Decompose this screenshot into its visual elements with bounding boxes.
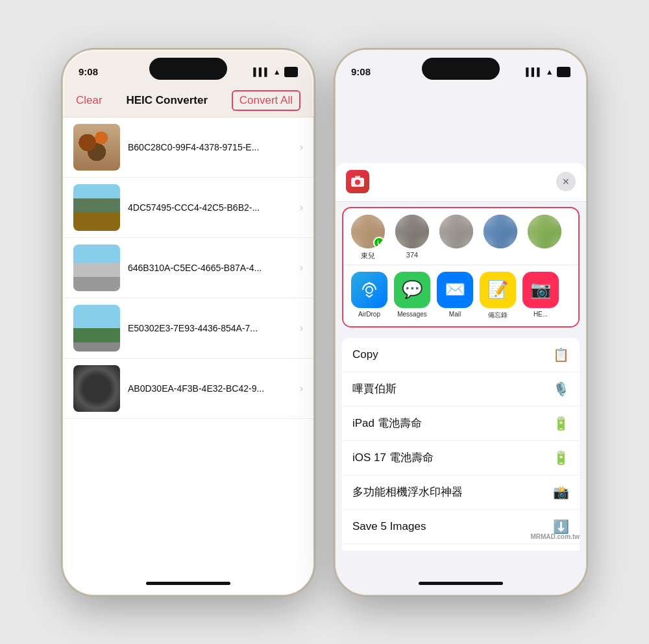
svg-rect-2 <box>355 176 360 178</box>
app-item-pink[interactable]: 📷 HE... <box>522 272 559 320</box>
contact-item-3[interactable] <box>439 215 473 261</box>
messages-icon: 💬 <box>394 272 430 308</box>
battery-icon-1: 🔋 <box>553 416 569 431</box>
app-item-mail[interactable]: ✉️ Mail <box>437 272 473 320</box>
file-thumb-2 <box>73 184 120 231</box>
chevron-icon-5: › <box>300 383 303 394</box>
app-name-notes: 備忘錄 <box>488 311 508 320</box>
line-badge: L <box>373 237 385 248</box>
file-thumb-4 <box>73 305 120 352</box>
app-name-mail: Mail <box>449 311 461 318</box>
camera-action-icon: 📸 <box>553 484 569 500</box>
battery-badge-2: 46 <box>557 67 570 77</box>
status-icons-1: ▌▌▌ ▲ 46 <box>253 67 298 77</box>
file-item-1[interactable]: B60C28C0-99F4-4378-9715-E... › <box>63 117 313 178</box>
share-sheet: ✕ L 東兒 <box>336 163 586 551</box>
file-item-3[interactable]: 646B310A-C5EC-4665-B87A-4... › <box>63 238 313 298</box>
file-name-2: 4DC57495-CCC4-42C5-B6B2-... <box>128 202 292 213</box>
action-label-ipad-battery: iPad 電池壽命 <box>352 416 422 431</box>
action-list: Copy 📋 嗶賈伯斯 🎙️ iPad 電池壽命 🔋 iOS 17 電池壽命 🔋 <box>336 328 586 551</box>
contacts-row: L 東兒 374 <box>343 208 578 265</box>
file-item-5[interactable]: AB0D30EA-4F3B-4E32-BC42-9... › <box>63 359 313 419</box>
battery-icon-2: 🔋 <box>553 450 569 466</box>
home-bar-2 <box>419 582 503 585</box>
file-item-2[interactable]: 4DC57495-CCC4-42C5-B6B2-... › <box>63 178 313 238</box>
action-label-beep: 嗶賈伯斯 <box>352 381 397 396</box>
file-name-4: E50302E3-7E93-4436-854A-7... <box>128 323 292 333</box>
notes-icon: 📝 <box>480 272 516 308</box>
share-header: ✕ <box>336 163 586 202</box>
watermark: MRMAD.com.tw <box>530 533 580 540</box>
chevron-icon-1: › <box>300 141 303 153</box>
action-label-watermark: 多功能相機浮水印神器 <box>352 484 463 499</box>
share-close-button[interactable]: ✕ <box>556 172 576 191</box>
file-list: B60C28C0-99F4-4378-9715-E... › 4DC57495-… <box>63 117 313 573</box>
home-indicator-1 <box>63 573 313 595</box>
svg-point-1 <box>355 180 360 185</box>
clear-button[interactable]: Clear <box>76 94 103 107</box>
dynamic-island-2 <box>422 58 500 80</box>
save-icon: ⬇️ <box>553 519 569 534</box>
share-app-icon <box>346 170 369 193</box>
contact-avatar-5 <box>528 215 561 248</box>
app-name-airdrop: AirDrop <box>358 311 380 318</box>
beep-icon: 🎙️ <box>553 381 569 397</box>
wifi-icon-2: ▲ <box>546 67 554 77</box>
app-item-airdrop[interactable]: AirDrop <box>351 272 387 320</box>
chevron-icon-2: › <box>300 202 303 213</box>
phone-1: 9:08 ▌▌▌ ▲ 46 Clear HEIC Converter Conve… <box>62 49 315 596</box>
contact-avatar-1: L <box>351 215 385 248</box>
action-watermark[interactable]: 多功能相機浮水印神器 📸 <box>342 475 580 510</box>
blur-5 <box>528 215 561 248</box>
time-1: 9:08 <box>79 66 98 77</box>
signal-icon-2: ▌▌▌ <box>526 67 543 77</box>
file-name-3: 646B310A-C5EC-4665-B87A-4... <box>128 263 292 273</box>
dynamic-island-1 <box>149 58 227 80</box>
contact-avatar-4 <box>484 215 517 248</box>
home-indicator-2 <box>336 573 586 595</box>
action-label-save: Save 5 Images <box>352 520 426 533</box>
signal-icon: ▌▌▌ <box>253 67 270 77</box>
contact-item-4[interactable] <box>484 215 517 261</box>
file-thumb-3 <box>73 244 120 291</box>
status-icons-2: ▌▌▌ ▲ 46 <box>526 67 570 77</box>
action-ipad-battery[interactable]: iPad 電池壽命 🔋 <box>342 407 580 441</box>
file-thumb-1 <box>73 124 120 171</box>
action-label-copy: Copy <box>352 348 378 361</box>
file-name-5: AB0D30EA-4F3B-4E32-BC42-9... <box>128 383 292 394</box>
phone-2: 9:08 ▌▌▌ ▲ 46 ✕ <box>334 49 587 596</box>
blur-2 <box>395 215 429 248</box>
mail-icon: ✉️ <box>437 272 473 308</box>
app-item-messages[interactable]: 💬 Messages <box>394 272 430 320</box>
action-ios-battery[interactable]: iOS 17 電池壽命 🔋 <box>342 441 580 475</box>
contact-item-5[interactable] <box>528 215 561 261</box>
blur-3 <box>439 215 473 248</box>
app-name-pink: HE... <box>533 311 548 318</box>
camera-icon <box>350 174 365 189</box>
battery-badge-1: 46 <box>284 67 298 77</box>
wifi-icon: ▲ <box>273 67 281 77</box>
blur-4 <box>484 215 517 248</box>
action-beep[interactable]: 嗶賈伯斯 🎙️ <box>342 372 580 407</box>
chevron-icon-4: › <box>300 322 303 334</box>
nav-bar-1: Clear HEIC Converter Convert All <box>63 85 313 117</box>
chevron-icon-3: › <box>300 262 303 274</box>
home-bar-1 <box>146 582 230 585</box>
convert-all-button[interactable]: Convert All <box>232 90 300 111</box>
apps-row: AirDrop 💬 Messages ✉️ Mail 📝 備忘錄 <box>343 265 578 326</box>
time-2: 9:08 <box>351 66 371 77</box>
svg-point-3 <box>366 287 373 293</box>
contact-avatar-2 <box>395 215 429 248</box>
nav-title-1: HEIC Converter <box>126 94 208 107</box>
pink-app-icon: 📷 <box>522 272 559 308</box>
contact-item-1[interactable]: L 東兒 <box>351 215 385 261</box>
file-item-4[interactable]: E50302E3-7E93-4436-854A-7... › <box>63 298 313 359</box>
file-name-1: B60C28C0-99F4-4378-9715-E... <box>128 142 292 152</box>
action-copy[interactable]: Copy 📋 <box>342 338 580 372</box>
copy-icon: 📋 <box>553 347 569 363</box>
action-print[interactable]: Print 🖨️ <box>342 544 580 551</box>
app-item-notes[interactable]: 📝 備忘錄 <box>480 272 516 320</box>
contact-item-2[interactable]: 374 <box>395 215 429 261</box>
contact-name-2: 374 <box>406 251 418 259</box>
contact-name-1: 東兒 <box>361 251 375 261</box>
